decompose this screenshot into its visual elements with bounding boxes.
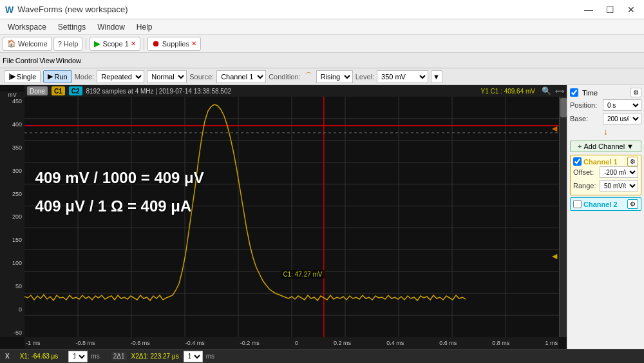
base-label: Base: (570, 115, 588, 123)
play-icon: ▶ (94, 39, 100, 48)
x-tick-neg0.2ms: -0.2 ms (240, 340, 260, 346)
time-settings-btn[interactable]: ⚙ (630, 88, 641, 97)
scope-button[interactable]: ▶ Scope 1 ✕ (90, 37, 140, 51)
scope-scrollbar[interactable] (559, 97, 567, 337)
menu-settings[interactable]: Settings (53, 21, 91, 33)
x-axis-control: X (5, 353, 10, 360)
scope-controls-bar: |▶ Single ▶ Run Mode: Repeated Normal So… (0, 68, 644, 85)
y-tick-0: 0 (1, 306, 23, 313)
x2-step-select[interactable]: 1 (184, 351, 203, 362)
window-controls: — ☐ ✕ (580, 3, 639, 16)
x2delta-measurement: 2Δ1 X2Δ1: 223.27 μs 1 ms (111, 351, 216, 362)
x-tick-1ms: 1 ms (545, 340, 558, 346)
ch1-range-row: Range: 50 mV/div (573, 180, 638, 191)
x-tick-0.6ms: 0.6 ms (439, 340, 457, 346)
x-step-select[interactable]: 1 (68, 351, 88, 362)
close-button[interactable]: ✕ (623, 3, 639, 16)
pan-icon[interactable]: ⟺ (555, 88, 564, 95)
record-icon: ⏺ (152, 39, 160, 48)
ch1-offset-label: Offset: (573, 168, 594, 176)
menu-window2[interactable]: Window (56, 57, 81, 64)
maximize-button[interactable]: ☐ (602, 3, 618, 16)
add-channel-dropdown[interactable]: ▼ (627, 142, 634, 150)
y-tick-200: 200 (1, 213, 23, 220)
channel2-panel: Channel 2 ⚙ (570, 197, 641, 211)
ch1-settings-btn[interactable]: ⚙ (627, 157, 638, 166)
oscilloscope-panel: Done C1 C2 8192 samples at 4 MHz | 2019-… (0, 85, 567, 349)
x1-value: X1: -64.63 μs (20, 353, 59, 360)
x2delta-value: X2Δ1: 223.27 μs (131, 353, 179, 360)
run-button[interactable]: ▶ Run (43, 70, 71, 83)
time-checkbox[interactable] (570, 88, 578, 97)
welcome-icon: 🏠 (7, 39, 16, 48)
single-icon: |▶ (8, 72, 15, 81)
time-section: Time ⚙ Position: 0 s Base: 200 us/div ↓ (570, 88, 641, 137)
y-tick-150: 150 (1, 237, 23, 243)
source-select[interactable]: Channel 1 (216, 70, 266, 83)
main-content: Done C1 C2 8192 samples at 4 MHz | 2019-… (0, 85, 644, 349)
x-tick-neg0.6ms: -0.6 ms (131, 340, 150, 346)
menu-window[interactable]: Window (92, 21, 130, 33)
y-tick-300: 300 (1, 168, 23, 174)
ch1-range-select[interactable]: 50 mV/div (600, 180, 638, 191)
position-select[interactable]: 0 s (603, 99, 641, 111)
ch1-checkbox[interactable] (573, 157, 582, 166)
done-badge: Done (27, 86, 48, 95)
x-tick-neg0.8ms: -0.8 ms (76, 340, 95, 346)
grid-svg (24, 97, 559, 337)
x-label: X (5, 353, 10, 360)
zoom-icon[interactable]: 🔍 (542, 86, 551, 95)
ch2-label: Channel 2 (583, 201, 618, 208)
x-tick-neg1ms: -1 ms (26, 340, 41, 346)
scope-draw-area[interactable]: 409 mV / 1000 = 409 μV 409 μV / 1 Ω = 40… (24, 97, 559, 337)
y-axis: 450 400 350 300 250 200 150 100 50 0 -50 (0, 97, 24, 337)
ch1-label: Channel 1 (583, 158, 618, 166)
normal-select[interactable]: Normal (147, 70, 187, 83)
toolbar-separator2 (144, 38, 144, 50)
position-label: Position: (570, 101, 597, 109)
x-nav-controls: 1 ms (68, 351, 100, 362)
supplies-button[interactable]: ⏺ Supplies ✕ (147, 37, 201, 51)
mode-select[interactable]: Repeated (97, 70, 144, 83)
menu-control[interactable]: Control (15, 57, 38, 64)
app-title: WaveForms (new workspace) (17, 5, 128, 14)
close-supplies-icon[interactable]: ✕ (191, 40, 196, 47)
ch2-settings-btn[interactable]: ⚙ (627, 199, 638, 209)
close-scope-icon[interactable]: ✕ (131, 40, 136, 47)
mode-label: Mode: (75, 73, 95, 81)
base-row: Base: 200 us/div (570, 113, 641, 124)
trigger-level-arrow: ◄ (550, 123, 559, 133)
scrollbar-thumb[interactable] (560, 98, 567, 117)
level-arrow-btn[interactable]: ▼ (431, 70, 442, 83)
condition-select[interactable]: Rising (316, 70, 353, 83)
x-tick-0.8ms: 0.8 ms (492, 340, 509, 346)
menu-file[interactable]: File (3, 57, 14, 64)
minimize-button[interactable]: — (580, 3, 597, 16)
level-select[interactable]: 350 mV (377, 70, 428, 83)
welcome-button[interactable]: 🏠 Welcome (3, 37, 52, 51)
run-icon: ▶ (48, 72, 53, 81)
scope-info-bar: Done C1 C2 8192 samples at 4 MHz | 2019-… (24, 85, 567, 97)
condition-label: Condition: (269, 73, 301, 81)
add-channel-button[interactable]: + Add Channel ▼ (570, 141, 641, 152)
y-tick-400: 400 (1, 121, 23, 128)
single-button[interactable]: |▶ Single (4, 70, 41, 83)
ch2-checkbox[interactable] (573, 200, 582, 208)
x-tick-neg0.4ms: -0.4 ms (185, 340, 205, 346)
help-icon: ? (58, 40, 62, 48)
y-tick-neg50: -50 (1, 329, 23, 336)
menu-view[interactable]: View (39, 57, 55, 64)
menu-help[interactable]: Help (131, 21, 158, 33)
base-select[interactable]: 200 us/div (603, 113, 641, 124)
toolbar-separator (86, 38, 86, 50)
help-button[interactable]: ? Help (53, 37, 83, 51)
ch1-offset-row: Offset: -200 mV (573, 166, 638, 178)
menu-workspace[interactable]: Workspace (3, 21, 52, 33)
x-tick-0.4ms: 0.4 ms (386, 340, 404, 346)
title-bar: W WaveForms (new workspace) — ☐ ✕ (0, 0, 644, 19)
ms-label2: ms (206, 353, 214, 360)
x1-measurement: X1: -64.63 μs (20, 353, 59, 360)
trigger-indicator: ⌒ (305, 71, 312, 82)
ch1-offset-select[interactable]: -200 mV (600, 166, 638, 178)
plus-icon: + (578, 142, 582, 150)
